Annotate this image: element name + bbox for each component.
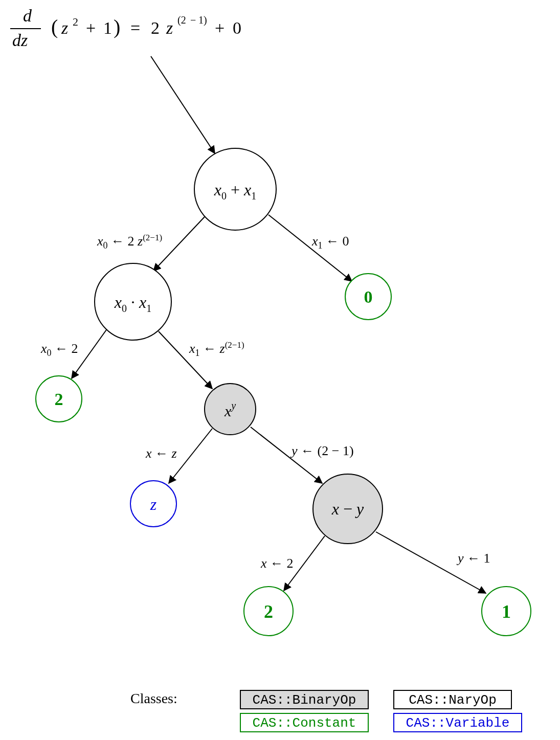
svg-text:2: 2 <box>264 601 273 622</box>
svg-text:CAS::BinaryOp: CAS::BinaryOp <box>253 692 356 708</box>
svg-text:1: 1 <box>502 601 511 622</box>
label-pow-z: x ← z <box>145 446 177 461</box>
svg-text:0: 0 <box>364 287 373 306</box>
svg-text:x1 ← z(2−1): x1 ← z(2−1) <box>189 340 244 358</box>
edge-sum-prod <box>153 217 205 271</box>
node-minus: x − y <box>313 474 383 544</box>
svg-text:=: = <box>130 18 140 37</box>
svg-text:(: ( <box>51 15 58 38</box>
header-formula: d dz ( z 2 + 1 ) = 2 z (2 − 1) + 0 <box>10 6 241 50</box>
svg-text:+: + <box>86 18 96 37</box>
node-pow: xy <box>205 384 256 435</box>
svg-text:−: − <box>190 14 196 26</box>
svg-text:2: 2 <box>73 15 78 28</box>
label-minus-two: x ← 2 <box>260 556 294 571</box>
svg-text:1: 1 <box>103 18 112 37</box>
label-sum-zero: x1 ← 0 <box>311 234 349 251</box>
svg-text:x0 + x1: x0 + x1 <box>214 181 256 201</box>
label-prod-pow: x1 ← z(2−1) <box>189 340 244 358</box>
svg-text:Classes:: Classes: <box>130 690 177 706</box>
svg-text:y ← (2 − 1): y ← (2 − 1) <box>290 443 354 458</box>
node-two-a: 2 <box>36 376 82 422</box>
svg-text:CAS::Constant: CAS::Constant <box>253 715 356 731</box>
svg-text:x ← z: x ← z <box>145 446 177 461</box>
svg-text:dz: dz <box>12 31 28 50</box>
node-z: z <box>130 481 176 527</box>
svg-text:z: z <box>166 18 173 37</box>
svg-text:2: 2 <box>151 18 160 37</box>
svg-text:y ← 1: y ← 1 <box>456 551 490 566</box>
svg-text:x0 ← 2 z(2−1): x0 ← 2 z(2−1) <box>97 233 162 251</box>
svg-text:x0 ← 2: x0 ← 2 <box>40 341 78 358</box>
node-zero: 0 <box>345 274 391 320</box>
node-two-b: 2 <box>244 587 293 636</box>
label-minus-one: y ← 1 <box>456 551 490 566</box>
svg-text:2: 2 <box>55 390 63 409</box>
svg-text:d: d <box>23 6 32 25</box>
svg-text:CAS::Variable: CAS::Variable <box>406 715 510 731</box>
svg-text:x1 ← 0: x1 ← 0 <box>311 234 349 251</box>
label-prod-two: x0 ← 2 <box>40 341 78 358</box>
edge-prod-pow <box>159 331 212 389</box>
svg-text:x − y: x − y <box>331 500 364 518</box>
svg-text:): ) <box>114 15 120 38</box>
node-prod: x0 · x1 <box>95 263 171 340</box>
node-one: 1 <box>482 587 531 636</box>
svg-text:(2: (2 <box>177 14 186 26</box>
edge-root <box>151 56 215 153</box>
svg-text:z: z <box>150 495 157 513</box>
svg-text:z: z <box>61 18 68 37</box>
svg-text:x ← 2: x ← 2 <box>260 556 294 571</box>
node-sum: x0 + x1 <box>194 148 276 230</box>
svg-text:1): 1) <box>198 14 207 26</box>
label-sum-prod: x0 ← 2 z(2−1) <box>97 233 162 251</box>
svg-text:x0 · x1: x0 · x1 <box>114 293 151 314</box>
label-pow-minus: y ← (2 − 1) <box>290 443 354 458</box>
svg-text:+: + <box>215 18 225 37</box>
legend: Classes: CAS::BinaryOp CAS::NaryOp CAS::… <box>130 690 522 732</box>
svg-text:CAS::NaryOp: CAS::NaryOp <box>409 692 497 708</box>
svg-text:0: 0 <box>233 18 241 37</box>
